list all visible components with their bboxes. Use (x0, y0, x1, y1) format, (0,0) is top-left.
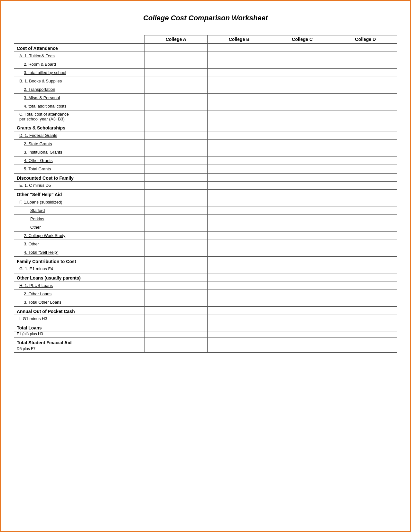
data-cell[interactable] (208, 110, 271, 123)
data-cell[interactable] (208, 148, 271, 157)
section-header-cell-family-contribution-col3[interactable] (334, 257, 397, 265)
data-cell[interactable] (334, 181, 397, 190)
section-header-cell-family-contribution-col2[interactable] (271, 257, 334, 265)
data-cell[interactable] (145, 165, 208, 173)
section-header-cell-self-help-aid-col2[interactable] (271, 190, 334, 198)
data-cell[interactable] (271, 198, 334, 206)
section-header-cell-annual-out-of-pocket-col1[interactable] (208, 307, 271, 315)
data-cell[interactable] (208, 265, 271, 273)
section-header-cell-total-loans-col0[interactable] (145, 323, 208, 331)
data-cell[interactable] (271, 131, 334, 140)
data-cell[interactable] (334, 102, 397, 110)
data-cell[interactable] (271, 94, 334, 102)
data-cell[interactable] (271, 315, 334, 323)
data-cell[interactable] (334, 223, 397, 232)
section-header-cell-discounted-cost-col2[interactable] (271, 173, 334, 182)
section-header-cell-total-loans-col2[interactable] (271, 323, 334, 331)
section-header-cell-other-loans-col3[interactable] (334, 273, 397, 281)
data-cell[interactable] (334, 85, 397, 94)
section-header-cell-self-help-aid-col3[interactable] (334, 190, 397, 198)
data-cell[interactable] (145, 102, 208, 110)
data-cell[interactable] (271, 298, 334, 307)
section-header-cell-annual-out-of-pocket-col2[interactable] (271, 307, 334, 315)
data-cell[interactable] (208, 215, 271, 223)
data-cell[interactable] (334, 215, 397, 223)
data-cell[interactable] (271, 157, 334, 165)
data-cell[interactable] (145, 157, 208, 165)
data-cell[interactable] (271, 110, 334, 123)
section-sub-cell-total-student-aid-col2[interactable] (271, 346, 334, 353)
section-header-cell-annual-out-of-pocket-col3[interactable] (334, 307, 397, 315)
section-header-cell-grants-scholarships-col0[interactable] (145, 123, 208, 131)
data-cell[interactable] (334, 165, 397, 173)
data-cell[interactable] (271, 140, 334, 148)
section-header-cell-discounted-cost-col3[interactable] (334, 173, 397, 182)
data-cell[interactable] (271, 281, 334, 290)
data-cell[interactable] (208, 290, 271, 298)
data-cell[interactable] (334, 94, 397, 102)
data-cell[interactable] (271, 240, 334, 248)
data-cell[interactable] (145, 290, 208, 298)
data-cell[interactable] (208, 181, 271, 190)
section-header-cell-other-loans-col2[interactable] (271, 273, 334, 281)
data-cell[interactable] (208, 165, 271, 173)
section-header-cell-total-loans-col1[interactable] (208, 323, 271, 331)
data-cell[interactable] (145, 315, 208, 323)
data-cell[interactable] (334, 240, 397, 248)
section-sub-cell-total-student-aid-col0[interactable] (145, 346, 208, 353)
data-cell[interactable] (145, 85, 208, 94)
section-header-cell-cost-of-attendance-col3[interactable] (334, 43, 397, 52)
data-cell[interactable] (334, 140, 397, 148)
section-header-cell-annual-out-of-pocket-col0[interactable] (145, 307, 208, 315)
data-cell[interactable] (208, 315, 271, 323)
data-cell[interactable] (334, 157, 397, 165)
data-cell[interactable] (271, 223, 334, 232)
section-header-cell-total-student-aid-col3[interactable] (334, 338, 397, 346)
data-cell[interactable] (271, 52, 334, 60)
data-cell[interactable] (208, 77, 271, 85)
data-cell[interactable] (145, 110, 208, 123)
data-cell[interactable] (208, 131, 271, 140)
data-cell[interactable] (208, 223, 271, 232)
data-cell[interactable] (271, 290, 334, 298)
data-cell[interactable] (334, 232, 397, 240)
section-header-cell-other-loans-col1[interactable] (208, 273, 271, 281)
data-cell[interactable] (145, 240, 208, 248)
section-sub-cell-total-loans-col1[interactable] (208, 331, 271, 338)
data-cell[interactable] (208, 94, 271, 102)
data-cell[interactable] (334, 52, 397, 60)
data-cell[interactable] (145, 265, 208, 273)
data-cell[interactable] (271, 181, 334, 190)
section-header-cell-total-student-aid-col1[interactable] (208, 338, 271, 346)
data-cell[interactable] (334, 77, 397, 85)
section-header-cell-grants-scholarships-col2[interactable] (271, 123, 334, 131)
data-cell[interactable] (271, 206, 334, 215)
data-cell[interactable] (208, 140, 271, 148)
data-cell[interactable] (145, 69, 208, 77)
section-sub-cell-total-student-aid-col3[interactable] (334, 346, 397, 353)
data-cell[interactable] (145, 223, 208, 232)
data-cell[interactable] (208, 157, 271, 165)
data-cell[interactable] (271, 77, 334, 85)
section-header-cell-self-help-aid-col0[interactable] (145, 190, 208, 198)
data-cell[interactable] (145, 206, 208, 215)
data-cell[interactable] (208, 198, 271, 206)
section-header-cell-grants-scholarships-col3[interactable] (334, 123, 397, 131)
data-cell[interactable] (145, 198, 208, 206)
data-cell[interactable] (208, 206, 271, 215)
section-header-cell-discounted-cost-col1[interactable] (208, 173, 271, 182)
data-cell[interactable] (145, 248, 208, 257)
section-sub-cell-total-loans-col3[interactable] (334, 331, 397, 338)
data-cell[interactable] (208, 232, 271, 240)
section-header-cell-cost-of-attendance-col2[interactable] (271, 43, 334, 52)
data-cell[interactable] (208, 248, 271, 257)
data-cell[interactable] (145, 131, 208, 140)
data-cell[interactable] (271, 85, 334, 94)
data-cell[interactable] (208, 52, 271, 60)
section-header-cell-discounted-cost-col0[interactable] (145, 173, 208, 182)
data-cell[interactable] (145, 148, 208, 157)
data-cell[interactable] (334, 298, 397, 307)
data-cell[interactable] (145, 140, 208, 148)
data-cell[interactable] (271, 265, 334, 273)
data-cell[interactable] (145, 94, 208, 102)
